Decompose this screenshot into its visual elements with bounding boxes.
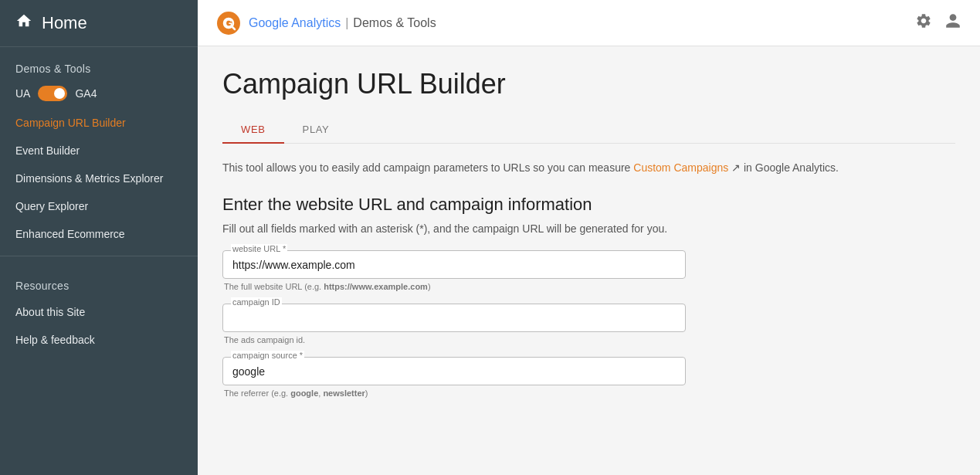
subtext-highlight: campaign URL will be generated for you: [473, 222, 665, 235]
sidebar-divider: [0, 256, 198, 256]
campaign-id-input[interactable]: [232, 310, 676, 324]
website-url-label: website URL *: [231, 244, 287, 253]
home-title: Home: [42, 13, 87, 33]
page-title: Campaign URL Builder: [222, 68, 955, 100]
section-subtext: Fill out all fields marked with an aster…: [222, 222, 955, 235]
sidebar-item-dimensions-metrics[interactable]: Dimensions & Metrics Explorer: [0, 165, 198, 192]
subtext-end: .: [664, 222, 667, 235]
sidebar-item-campaign-url-builder[interactable]: Campaign URL Builder: [0, 109, 198, 137]
ga4-label: GA4: [75, 87, 97, 100]
description-start: This tool allows you to easily add campa…: [222, 161, 633, 174]
user-icon[interactable]: [944, 12, 961, 33]
content-area: Campaign URL Builder WEB PLAY This tool …: [198, 46, 980, 475]
sidebar-header[interactable]: Home: [0, 0, 198, 47]
campaign-source-label: campaign source *: [231, 351, 304, 360]
topbar-left: G Google Analytics|Demos & Tools: [216, 11, 436, 36]
sidebar-section-resources: Resources: [0, 264, 198, 298]
ua-label: UA: [15, 87, 30, 100]
campaign-id-label: campaign ID: [231, 297, 282, 307]
website-url-group: website URL * The full website URL (e.g.…: [222, 250, 686, 291]
section-heading: Enter the website URL and campaign infor…: [222, 195, 955, 215]
topbar-subtitle: Demos & Tools: [353, 16, 436, 29]
campaign-source-hint: The referrer (e.g. google, newsletter): [222, 388, 686, 398]
sidebar-item-event-builder[interactable]: Event Builder: [0, 137, 198, 165]
subtext-start: Fill out all fields marked with an aster…: [222, 222, 473, 235]
topbar: G Google Analytics|Demos & Tools: [198, 0, 980, 46]
topbar-brand: Google Analytics: [249, 16, 341, 29]
topbar-right: [915, 12, 961, 33]
campaign-id-wrapper: campaign ID: [222, 304, 686, 332]
website-url-input[interactable]: [232, 257, 676, 271]
campaign-source-input[interactable]: [232, 364, 676, 378]
description-end: in Google Analytics.: [741, 161, 839, 174]
sidebar-item-enhanced-ecommerce[interactable]: Enhanced Ecommerce: [0, 220, 198, 248]
custom-campaigns-link[interactable]: Custom Campaigns: [633, 161, 728, 174]
topbar-separator: |: [345, 16, 348, 29]
campaign-source-wrapper: campaign source *: [222, 357, 686, 385]
tab-play[interactable]: PLAY: [284, 116, 348, 143]
campaign-id-group: campaign ID The ads campaign id.: [222, 304, 686, 344]
description-text: This tool allows you to easily add campa…: [222, 159, 955, 176]
sidebar-item-about-site[interactable]: About this Site: [0, 298, 198, 326]
website-url-hint: The full website URL (e.g. https://www.e…: [222, 282, 686, 291]
website-url-wrapper: website URL *: [222, 250, 686, 279]
home-icon: [15, 12, 32, 34]
topbar-title: Google Analytics|Demos & Tools: [249, 16, 436, 30]
sidebar-section-demos-tools: Demos & Tools: [0, 47, 198, 81]
tabs-container: WEB PLAY: [222, 116, 955, 144]
sidebar-item-query-explorer[interactable]: Query Explorer: [0, 192, 198, 220]
campaign-source-group: campaign source * The referrer (e.g. goo…: [222, 357, 686, 398]
ua-ga4-switch[interactable]: [38, 86, 67, 101]
gear-icon[interactable]: [915, 12, 932, 33]
tab-web[interactable]: WEB: [222, 116, 284, 143]
campaign-id-hint: The ads campaign id.: [222, 335, 686, 344]
main-content: G Google Analytics|Demos & Tools Campaig…: [198, 0, 980, 475]
sidebar: Home Demos & Tools UA GA4 Campaign URL B…: [0, 0, 198, 475]
sidebar-item-help-feedback[interactable]: Help & feedback: [0, 326, 198, 354]
ga-logo: G: [216, 11, 241, 36]
ua-ga4-toggle: UA GA4: [0, 81, 198, 109]
